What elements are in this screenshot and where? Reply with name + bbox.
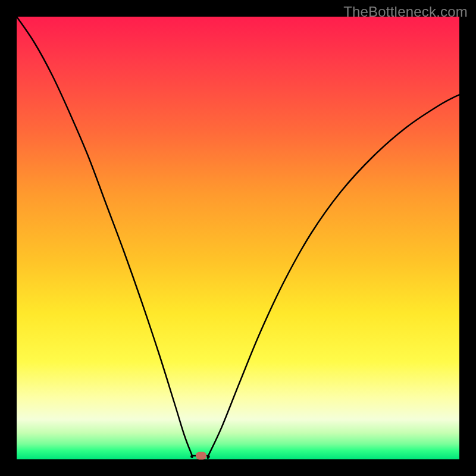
chart-frame: TheBottleneck.com: [0, 0, 476, 476]
minimum-marker: [196, 452, 206, 460]
watermark-text: TheBottleneck.com: [343, 4, 468, 20]
bottleneck-curve: [17, 17, 459, 459]
plot-area: [17, 17, 459, 459]
